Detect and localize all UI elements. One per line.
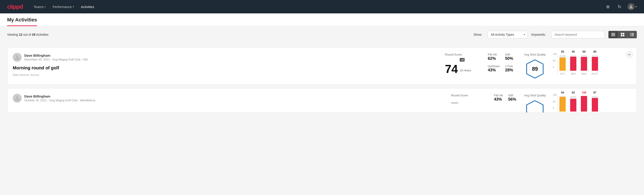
bar-fill [570,57,576,71]
performance-chevron-icon: ▾ [73,6,74,8]
score-holes: 18 Holes [460,69,471,72]
score-number: — [451,99,458,106]
bar-background [592,55,598,71]
bar-ott: 94 OTT [560,91,566,113]
nav-performance[interactable]: Performance ▾ [53,4,74,10]
bar-chart: 94 OTT 82 [558,94,598,113]
activity-type-dropdown-wrap: All Activity Types ▾ [488,31,528,38]
svg-point-16 [16,96,18,98]
bar-fill [560,58,566,71]
quality-section: Avg Shot Quality 100 50 0 94 [524,94,631,113]
stats-section: FW Hit 62% GIR 50% Up/Down 43% 1 Putt 28… [488,53,517,72]
user-row: Dave Billingham December 05, 2021 - Gog … [13,53,438,62]
svg-rect-3 [611,36,615,36]
hexagon-icon [525,100,545,113]
bar-fill [592,57,598,71]
round-score-label: Round Score [451,94,487,97]
gir-label: GIR [505,53,517,56]
svg-rect-1 [611,33,615,34]
quality-hex-wrap: Avg Shot Quality 89 [524,53,546,79]
stat-fw-hit: FW Hit 43% [494,94,503,102]
user-name: Dave Billingham [24,94,95,98]
avatar [13,53,22,62]
hex-score: 89 [532,66,538,72]
quality-section: Avg Shot Quality 89 100 50 0 [524,53,631,79]
bar-app: 82 APP [570,91,576,113]
stat-one-putt: 1 Putt 28% [505,64,517,72]
edit-button[interactable]: ✏ [626,51,633,58]
svg-rect-11 [631,34,634,35]
bar-chart-section: 100 50 0 94 OTT 82 [553,94,598,113]
user-menu-chevron: ▾ [636,5,637,8]
user-date: December 05, 2021 - Gog Magog Golf Club … [24,58,88,61]
main-content: ✏ Dave Billingham December 05, 2021 - Go… [0,43,644,121]
page-title: My Activities [7,17,37,26]
user-menu-button[interactable]: ▾ [628,3,637,10]
chart-y-axis: 100 50 0 [553,53,557,68]
one-putt-label: 1 Putt [505,64,517,68]
gir-label: GIR [508,94,517,97]
activity-card: Dave Billingham October 16, 2021 - Gog M… [7,88,637,113]
user-row: Dave Billingham October 16, 2021 - Gog M… [13,94,444,103]
card-left: Dave Billingham October 16, 2021 - Gog M… [13,94,444,104]
chart-y-axis: 100 50 0 [553,94,557,109]
svg-point-0 [630,5,632,7]
bar-arg: 106 ARG [581,91,587,113]
score-number: 74 [445,63,458,75]
bar-fill [581,57,587,71]
svg-rect-5 [623,33,624,34]
add-button[interactable]: ⊕ [604,3,612,10]
stat-gir: GIR 56% [508,94,517,102]
grid-view-button[interactable] [618,31,627,38]
score-row: — [451,99,487,106]
fw-hit-value: 43% [494,97,503,102]
user-info: Dave Billingham October 16, 2021 - Gog M… [24,94,95,102]
data-source: Data Source: Arccos [13,73,438,76]
svg-rect-8 [630,33,631,34]
view-toggle-group [608,31,637,38]
hex-container [525,100,545,113]
card-left: Dave Billingham December 05, 2021 - Gog … [13,53,438,76]
stats-section: FW Hit 43% GIR 56% [494,94,517,102]
svg-rect-12 [630,36,631,36]
refresh-button[interactable]: ↻ [616,3,623,10]
user-date: October 16, 2021 - Gog Magog Golf Club -… [24,98,95,102]
hex-container: 89 [525,59,545,79]
svg-rect-6 [621,35,622,36]
quality-hex-wrap: Avg Shot Quality [524,94,546,113]
viewing-text: Viewing 12 out of 29 Activities [7,33,48,36]
fw-hit-value: 62% [488,56,500,61]
keywords-label: Keywords: [531,33,546,36]
nav-activities[interactable]: Activities [81,4,94,10]
round-score-label: Round Score [445,53,481,56]
teams-chevron-icon: ▾ [44,6,46,8]
svg-point-14 [16,55,18,58]
navbar: clippd Teams ▾ Performance ▾ Activities … [0,0,644,14]
bar-background [581,55,587,71]
stat-gir: GIR 50% [505,53,517,61]
compact-list-view-button[interactable] [608,31,618,38]
avatar [628,3,635,10]
stat-fw-hit: FW Hit 62% [488,53,500,61]
fw-hit-label: FW Hit [488,53,500,56]
gir-value: 56% [508,97,517,102]
svg-rect-10 [630,34,631,35]
logo[interactable]: clippd [7,3,23,10]
activity-type-dropdown[interactable]: All Activity Types [488,31,528,38]
updown-value: 43% [488,68,500,72]
bar-arg: 89 ARG [581,50,587,75]
detail-list-view-button[interactable] [627,31,637,38]
bar-chart-section: 100 50 0 85 OTT [553,53,598,75]
show-label: Show: [474,33,482,36]
score-badge: +4 [460,58,465,62]
bar-putt: 87 PUTT [592,91,598,113]
score-row: 74 +4 18 Holes [445,58,481,75]
nav-teams[interactable]: Teams ▾ [34,4,46,10]
bar-chart: 85 OTT 90 [558,53,598,75]
svg-rect-7 [623,35,624,36]
updown-label: Up/Down [488,64,500,68]
bar-background [570,55,576,71]
search-input[interactable] [551,31,605,38]
user-info: Dave Billingham December 05, 2021 - Gog … [24,54,88,61]
stat-updown: Up/Down 43% [488,64,500,72]
